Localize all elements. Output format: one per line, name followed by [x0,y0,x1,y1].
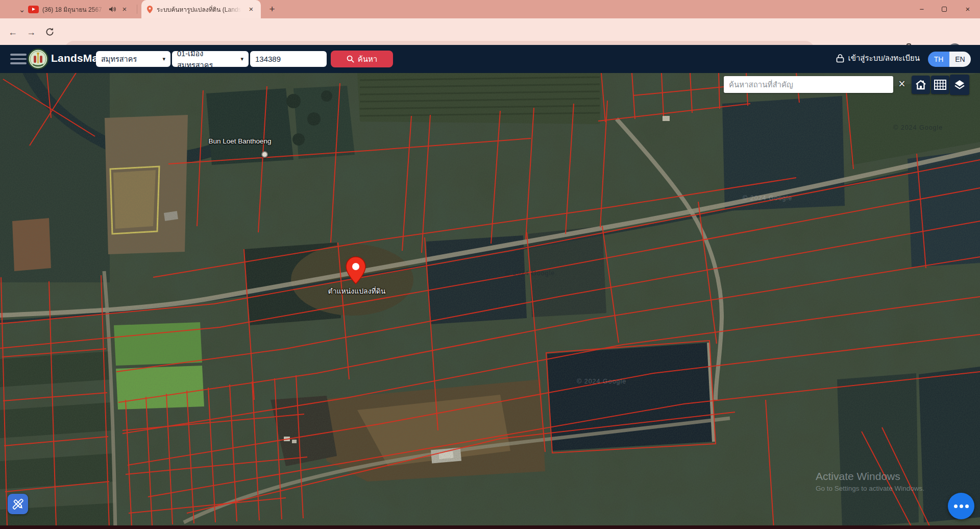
map-canvas[interactable]: × Bun Loet Banthoeng ตำแหน่งแปลงที่ดิน ©… [0,73,980,529]
language-toggle: TH EN [928,52,971,67]
youtube-icon [28,6,39,13]
poi-label[interactable]: Bun Loet Banthoeng [208,137,271,145]
district-select[interactable]: 01-เมืองสมุทรสาคร ▾ [172,51,249,67]
parcel-pin-label: ตำแหน่งแปลงที่ดิน [328,285,386,297]
browser-toolbar: ← → landsmaps.dol.go.th ☆ + SQ 8 ⋮ [0,18,980,45]
ruler-pencil-icon [11,497,24,511]
back-button[interactable]: ← [5,25,20,40]
browser-tab-strip: ⌄ (36) 18 มิถุนายน 2567 วันรวม × ระบบค้น… [0,0,980,18]
poi-marker[interactable] [261,151,268,158]
lang-th-button[interactable]: TH [928,52,949,67]
satellite-imagery [0,73,980,529]
audio-playing-icon[interactable] [109,6,116,13]
landsmaps-header: LandsMaps สมุทรสาคร ▾ 01-เมืองสมุทรสาคร … [0,45,980,73]
parcel-number-input[interactable] [250,51,327,67]
layers-icon [953,79,966,91]
search-icon [347,55,354,63]
tab-landsmaps-active[interactable]: ระบบค้นหารูปแปลงที่ดิน (LandsMap × [141,0,261,18]
tab-title: (36) 18 มิถุนายน 2567 วันรวม [42,5,105,14]
map-pin-icon [146,5,153,14]
close-tab-icon[interactable]: × [247,5,256,14]
close-tab-icon[interactable]: × [120,5,129,14]
forward-button[interactable]: → [23,25,39,40]
tab-title: ระบบค้นหารูปแปลงที่ดิน (LandsMap [157,5,243,14]
dol-logo [28,49,48,69]
window-minimize-button[interactable]: − [911,0,933,17]
reload-button[interactable] [42,25,57,40]
chevron-down-icon: ▾ [158,56,165,62]
window-maximize-button[interactable] [933,0,955,17]
lang-en-button[interactable]: EN [949,52,971,67]
lock-icon [836,54,844,63]
menu-hamburger-icon[interactable] [10,54,27,64]
grid-icon [934,80,946,90]
search-button[interactable]: ค้นหา [331,51,393,67]
more-options-fab[interactable] [948,493,974,519]
windows-activation-watermark: Activate Windows Go to Settings to activ… [816,470,924,492]
tab-youtube[interactable]: (36) 18 มิถุนายน 2567 วันรวม × [23,0,134,18]
chevron-down-icon: ▾ [236,56,243,62]
map-search-clear-icon[interactable]: × [894,76,910,92]
window-close-button[interactable]: × [957,0,979,17]
login-register-link[interactable]: เข้าสู่ระบบ/ลงทะเบียน [836,52,920,64]
google-watermark: © 2024 Google [505,270,555,277]
home-icon [915,79,926,90]
parcel-pin-icon[interactable] [344,256,368,285]
google-watermark: © 2024 Google [743,195,792,202]
new-tab-button[interactable]: + [265,3,279,16]
tab-separator [137,5,137,14]
grid-view-button[interactable] [931,76,949,94]
google-watermark: © 2024 Google [893,124,943,131]
home-extent-button[interactable] [912,76,930,94]
province-select[interactable]: สมุทรสาคร ▾ [96,51,170,67]
layers-button[interactable] [950,75,969,95]
map-search-input[interactable] [724,76,893,93]
measure-tool-button[interactable] [8,494,28,514]
google-watermark: © 2024 Google [577,378,626,385]
bottom-edge-strip [0,525,980,529]
